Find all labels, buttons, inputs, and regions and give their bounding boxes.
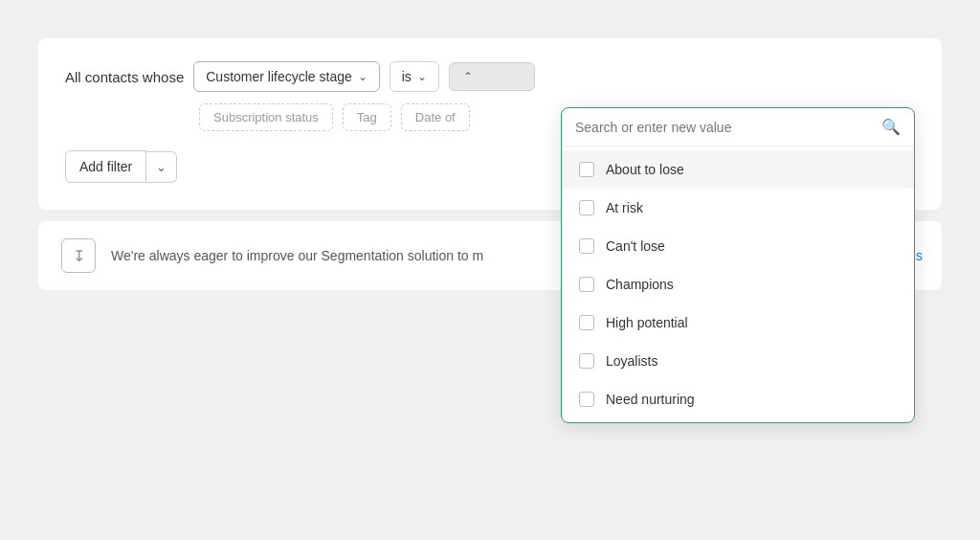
checkbox-cant-lose[interactable] bbox=[579, 238, 594, 254]
checkbox-at-risk[interactable] bbox=[579, 200, 594, 215]
checkbox-high-potential[interactable] bbox=[579, 315, 594, 330]
dropdown-item-label-need-nurturing: Need nurturing bbox=[606, 392, 695, 407]
tag-pill[interactable]: Tag bbox=[343, 103, 391, 131]
checkbox-about-to-lose[interactable] bbox=[579, 162, 594, 177]
lifecycle-stage-pill[interactable]: Customer lifecycle stage ⌄ bbox=[193, 61, 380, 92]
subscription-status-tag[interactable]: Subscription status bbox=[199, 103, 333, 131]
tag-label: Tag bbox=[357, 110, 377, 124]
page-container: All contacts whose Customer lifecycle st… bbox=[19, 19, 961, 540]
value-chevron-up-icon: ⌃ bbox=[463, 70, 473, 83]
checkbox-loyalists[interactable] bbox=[579, 353, 594, 369]
is-label: is bbox=[402, 69, 412, 84]
dropdown-item-label-loyalists: Loyalists bbox=[606, 353, 657, 369]
add-filter-button[interactable]: Add filter bbox=[65, 150, 146, 183]
checkbox-champions[interactable] bbox=[579, 277, 594, 292]
dropdown-list: About to lose At risk Can't lose Champio… bbox=[562, 146, 914, 422]
search-box: 🔍 bbox=[562, 108, 914, 146]
all-contacts-label: All contacts whose bbox=[65, 69, 184, 85]
dropdown-item-label-at-risk: At risk bbox=[606, 200, 643, 215]
lifecycle-chevron-icon: ⌄ bbox=[358, 70, 368, 83]
filter-card: All contacts whose Customer lifecycle st… bbox=[38, 38, 942, 210]
dropdown-item-high-potential[interactable]: High potential bbox=[562, 304, 914, 342]
filter-row: All contacts whose Customer lifecycle st… bbox=[65, 61, 915, 92]
subscription-status-label: Subscription status bbox=[213, 110, 319, 124]
is-chevron-icon: ⌄ bbox=[417, 70, 427, 83]
dropdown-item-label-cant-lose: Can't lose bbox=[606, 238, 665, 254]
feedback-icon: ↧ bbox=[61, 238, 96, 273]
dropdown-item-label-about-to-lose: About to lose bbox=[606, 162, 684, 177]
date-of-pill[interactable]: Date of bbox=[401, 103, 470, 131]
search-icon: 🔍 bbox=[881, 118, 901, 136]
feedback-text: We're always eager to improve our Segmen… bbox=[111, 248, 483, 263]
dropdown-item-about-to-lose[interactable]: About to lose bbox=[562, 150, 914, 189]
search-input[interactable] bbox=[575, 120, 874, 135]
dropdown-panel: 🔍 About to lose At risk Can't lose Cha bbox=[561, 107, 915, 423]
add-filter-dropdown-button[interactable]: ⌄ bbox=[146, 151, 177, 183]
dropdown-item-cant-lose[interactable]: Can't lose bbox=[562, 227, 914, 265]
dropdown-item-label-high-potential: High potential bbox=[606, 315, 688, 330]
checkbox-need-nurturing[interactable] bbox=[579, 392, 594, 407]
is-pill[interactable]: is ⌄ bbox=[390, 61, 439, 92]
value-pill[interactable]: ⌃ bbox=[449, 62, 535, 91]
feedback-icon-symbol: ↧ bbox=[73, 247, 85, 265]
lifecycle-stage-label: Customer lifecycle stage bbox=[206, 69, 352, 84]
add-filter-chevron-icon: ⌄ bbox=[156, 160, 167, 174]
dropdown-item-champions[interactable]: Champions bbox=[562, 265, 914, 304]
dropdown-item-loyalists[interactable]: Loyalists bbox=[562, 342, 914, 380]
dropdown-item-label-champions: Champions bbox=[606, 277, 674, 292]
dropdown-item-need-nurturing[interactable]: Need nurturing bbox=[562, 380, 914, 418]
date-of-label: Date of bbox=[415, 110, 456, 124]
dropdown-item-at-risk[interactable]: At risk bbox=[562, 189, 914, 227]
